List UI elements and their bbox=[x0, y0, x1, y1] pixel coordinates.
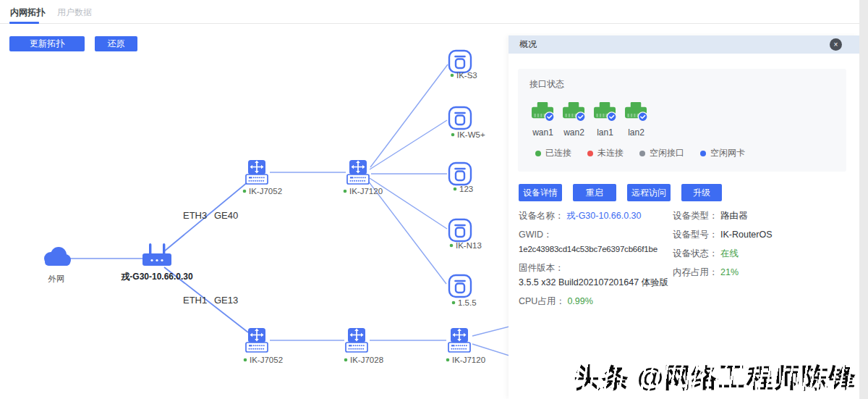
edge-switch-ap1 bbox=[370, 64, 448, 167]
device-name-link[interactable]: 戎-G30-10.66.0.30 bbox=[566, 211, 642, 221]
legend-label: 空闲网卡 bbox=[710, 147, 745, 159]
status-legend: 已连接 未连接 空闲接口 空闲网卡 bbox=[535, 147, 846, 159]
node-wan-cloud[interactable]: 外网 bbox=[44, 247, 71, 283]
port-lan2: lan2 bbox=[624, 101, 648, 138]
device-details-right-column: 设备类型： 路由器 设备型号： IK-RouterOS 设备状态： 在线 内存占… bbox=[673, 209, 854, 284]
node-label: 1.5.5 bbox=[458, 298, 477, 307]
node-label: IK-N13 bbox=[456, 241, 482, 250]
page-gutter bbox=[859, 0, 868, 399]
legend-idle-nic: 空闲网卡 bbox=[700, 147, 745, 159]
node-label: 123 bbox=[459, 185, 473, 193]
online-dot bbox=[451, 133, 455, 137]
online-dot bbox=[344, 358, 348, 362]
device-type-value: 路由器 bbox=[720, 211, 748, 221]
port-name: lan1 bbox=[593, 127, 617, 138]
device-details-left-column: 设备名称： 戎-G30-10.66.0.30 GWID： 1e2c43983cd… bbox=[519, 209, 674, 313]
node-label: IK-J7028 bbox=[350, 356, 383, 364]
firmware-value: 3.5.5 x32 Build202107201647 体验版 bbox=[519, 275, 674, 290]
switch-icon bbox=[246, 160, 268, 184]
memory-row: 内存占用： 21% bbox=[673, 265, 854, 280]
edge-label-ge13: GE13 bbox=[214, 295, 238, 306]
memory-value: 21% bbox=[720, 267, 739, 277]
node-switch-top-left[interactable]: IK-J7052 bbox=[243, 160, 282, 196]
node-ap-1[interactable]: IK-S3 bbox=[449, 51, 477, 80]
device-details-button[interactable]: 设备详情 bbox=[519, 184, 562, 201]
gwid-value: 1e2c43983cd14c53bc7e6397cb66f1be bbox=[519, 242, 674, 256]
green-dot-icon bbox=[535, 151, 541, 156]
online-dot bbox=[452, 301, 456, 305]
node-ap-4[interactable]: IK-N13 bbox=[449, 219, 482, 250]
ap-icon bbox=[449, 107, 471, 129]
cpu-row: CPU占用： 0.99% bbox=[519, 294, 674, 308]
switch-icon bbox=[448, 328, 470, 352]
port-name: lan2 bbox=[624, 127, 648, 138]
device-status-label: 设备状态： bbox=[673, 248, 718, 259]
online-dot bbox=[451, 74, 454, 77]
node-router[interactable]: 戎-G30-10.66.0.30 bbox=[120, 243, 193, 282]
port-list: wan1 wan2 bbox=[531, 101, 846, 138]
ethernet-port-icon bbox=[624, 101, 648, 122]
firmware-row: 固件版本： 3.5.5 x32 Build202107201647 体验版 bbox=[519, 261, 674, 290]
switch-icon bbox=[347, 160, 369, 184]
online-dot bbox=[244, 358, 247, 362]
cloud-icon bbox=[44, 247, 71, 266]
node-label: 外网 bbox=[48, 274, 65, 283]
edge-switch-ap2 bbox=[370, 120, 447, 169]
port-name: wan1 bbox=[531, 127, 555, 138]
gray-dot-icon bbox=[639, 151, 645, 156]
device-model-row: 设备型号： IK-RouterOS bbox=[673, 227, 854, 242]
gwid-label: GWID： bbox=[519, 227, 674, 242]
reboot-button[interactable]: 重启 bbox=[573, 184, 616, 201]
node-label: IK-J7052 bbox=[249, 187, 282, 196]
legend-label: 未连接 bbox=[597, 147, 624, 159]
node-label: IK-J7052 bbox=[250, 356, 283, 364]
node-label: IK-S3 bbox=[456, 71, 477, 80]
edge-label-eth3: ETH3 bbox=[183, 210, 207, 221]
node-ap-2[interactable]: IK-W5+ bbox=[449, 107, 485, 139]
watermark: 头条 @网络工程师陈锋 bbox=[574, 360, 856, 396]
online-dot bbox=[446, 358, 450, 362]
device-status-value: 在线 bbox=[720, 248, 739, 259]
panel-header: 概况 × bbox=[509, 35, 859, 54]
legend-idle-port: 空闲接口 bbox=[639, 147, 684, 159]
ap-icon bbox=[449, 163, 471, 185]
topology-canvas: ETH3 GE40 ETH1 GE13 外网 戎-G30-10.66.0.30 … bbox=[0, 0, 509, 399]
cpu-value: 0.99% bbox=[567, 296, 592, 306]
node-switch-bottom-middle[interactable]: IK-J7028 bbox=[344, 328, 383, 364]
switch-icon bbox=[346, 328, 367, 352]
ethernet-port-icon bbox=[531, 101, 555, 122]
action-buttons: 设备详情 重启 远程访问 升级 bbox=[519, 184, 722, 201]
edge-label-eth1: ETH1 bbox=[183, 295, 207, 306]
node-label: IK-W5+ bbox=[457, 130, 485, 139]
upgrade-button[interactable]: 升级 bbox=[681, 184, 722, 201]
device-name-row: 设备名称： 戎-G30-10.66.0.30 bbox=[519, 209, 674, 223]
edge-bottom-right-up bbox=[472, 327, 509, 336]
ap-icon bbox=[449, 275, 471, 297]
page: 内网拓扑 用户数据 更新拓扑 还原 bbox=[0, 0, 868, 399]
device-model-value: IK-RouterOS bbox=[720, 230, 773, 240]
legend-label: 空闲接口 bbox=[650, 147, 684, 159]
online-dot bbox=[454, 188, 457, 191]
legend-connected: 已连接 bbox=[535, 147, 571, 159]
device-name-label: 设备名称： bbox=[519, 211, 564, 221]
node-ap-5[interactable]: 1.5.5 bbox=[449, 275, 477, 307]
overview-panel: 概况 × 接口状态 wan1 bbox=[509, 35, 859, 399]
gwid-row: GWID： 1e2c43983cd14c53bc7e6397cb66f1be bbox=[519, 227, 674, 256]
node-switch-bottom-left[interactable]: IK-J7052 bbox=[244, 328, 283, 364]
red-dot-icon bbox=[587, 151, 593, 156]
close-icon[interactable]: × bbox=[830, 38, 842, 51]
online-dot bbox=[344, 190, 347, 193]
remote-access-button[interactable]: 远程访问 bbox=[627, 184, 671, 201]
panel-title: 概况 bbox=[519, 39, 537, 49]
node-label: IK-J7120 bbox=[452, 356, 485, 364]
legend-label: 已连接 bbox=[545, 147, 571, 159]
node-label: IK-J7120 bbox=[349, 187, 383, 196]
edge-label-ge40: GE40 bbox=[214, 210, 238, 221]
ap-icon bbox=[449, 51, 471, 72]
ap-icon bbox=[449, 219, 471, 241]
firmware-label: 固件版本： bbox=[519, 261, 674, 275]
edge-switch-ap5 bbox=[368, 181, 446, 284]
ethernet-port-icon bbox=[562, 101, 586, 122]
node-ap-3[interactable]: 123 bbox=[449, 163, 473, 193]
edge-switch-ap4 bbox=[370, 178, 447, 229]
